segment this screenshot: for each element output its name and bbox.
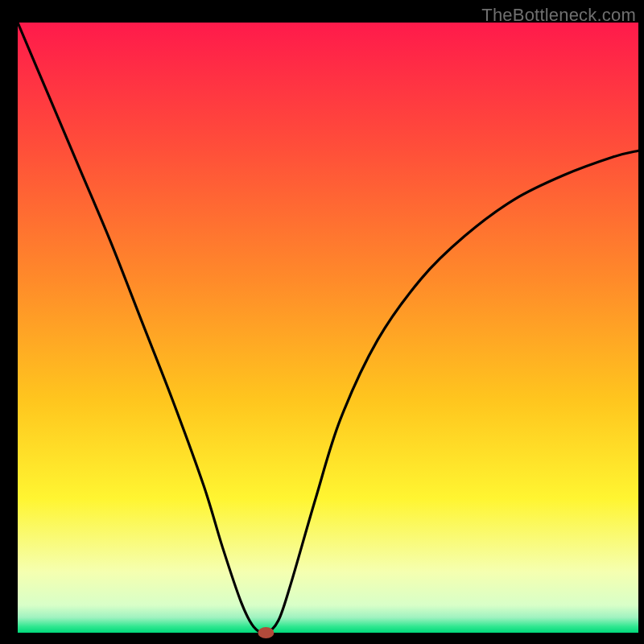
chart-stage: TheBottleneck.com	[0, 0, 644, 644]
optimal-marker	[258, 627, 274, 638]
watermark-text: TheBottleneck.com	[481, 5, 636, 26]
plot-background	[18, 23, 638, 633]
bottleneck-chart	[0, 0, 644, 644]
